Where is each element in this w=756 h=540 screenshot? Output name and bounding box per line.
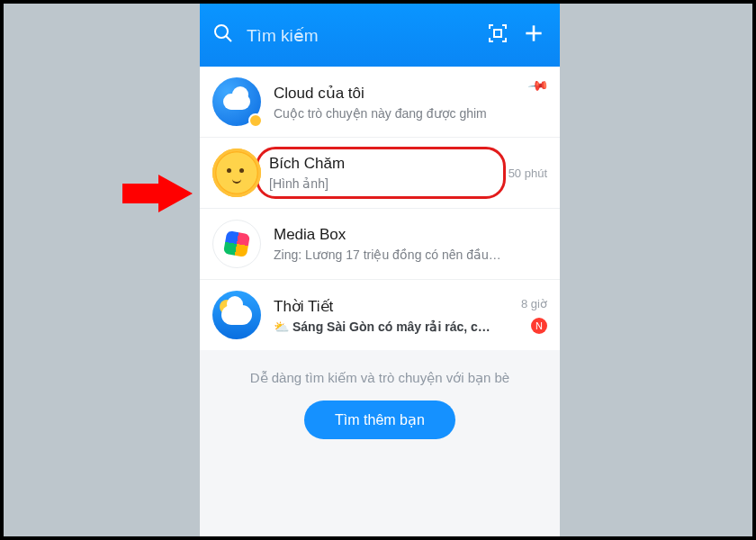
phone-frame: Tìm kiếm Cloud của tôi Cuộc trò chuyện n… [200, 4, 560, 536]
highlighted-chat: Bích Chăm [Hình ảnh] [256, 147, 506, 199]
chat-subtitle: Zing: Lương 17 triệu đồng có nên đầu tư.… [274, 248, 502, 262]
footer-section: Dễ dàng tìm kiếm và trò chuyện với bạn b… [200, 350, 560, 459]
canvas: Tìm kiếm Cloud của tôi Cuộc trò chuyện n… [4, 4, 752, 536]
chat-subtitle: [Hình ảnh] [269, 176, 492, 191]
annotation-arrow [122, 175, 194, 212]
chat-time: 50 phút [502, 166, 547, 180]
chat-row-bichcham[interactable]: Bích Chăm [Hình ảnh] 50 phút [200, 138, 560, 209]
weather-emoji-icon: ⛅ [274, 320, 289, 334]
chat-row-cloud[interactable]: Cloud của tôi Cuộc trò chuyện này đang đ… [200, 67, 560, 138]
chat-subtitle: Cuộc trò chuyện này đang được ghim [274, 106, 547, 121]
chat-row-weather[interactable]: Thời Tiết ⛅ Sáng Sài Gòn có mây rải rác,… [200, 280, 560, 350]
search-icon[interactable] [212, 22, 234, 48]
app-header: Tìm kiếm [200, 4, 560, 67]
chat-name: Thời Tiết [274, 297, 502, 316]
avatar-cloud [212, 77, 261, 126]
qr-scan-icon[interactable] [484, 22, 511, 48]
chat-name: Media Box [274, 226, 502, 244]
svg-line-2 [226, 36, 231, 41]
avatar-sun [212, 148, 261, 197]
avatar-mediabox [212, 220, 261, 268]
chat-name: Bích Chăm [269, 155, 492, 173]
search-input[interactable]: Tìm kiếm [247, 25, 475, 46]
chat-time: 8 giờ [502, 297, 547, 310]
avatar-weather [212, 291, 261, 339]
chat-name: Cloud của tôi [274, 84, 547, 103]
chat-list: Cloud của tôi Cuộc trò chuyện này đang đ… [200, 67, 560, 350]
notification-badge: N [531, 318, 547, 334]
svg-rect-3 [494, 30, 501, 37]
footer-hint: Dễ dàng tìm kiếm và trò chuyện với bạn b… [200, 370, 560, 386]
svg-point-1 [215, 25, 228, 38]
svg-marker-0 [122, 175, 193, 212]
plus-icon[interactable] [520, 22, 547, 49]
chat-subtitle: ⛅ Sáng Sài Gòn có mây rải rác, chiều... [274, 320, 502, 334]
chat-row-mediabox[interactable]: Media Box Zing: Lương 17 triệu đồng có n… [200, 209, 560, 280]
find-friends-button[interactable]: Tìm thêm bạn [304, 400, 455, 439]
